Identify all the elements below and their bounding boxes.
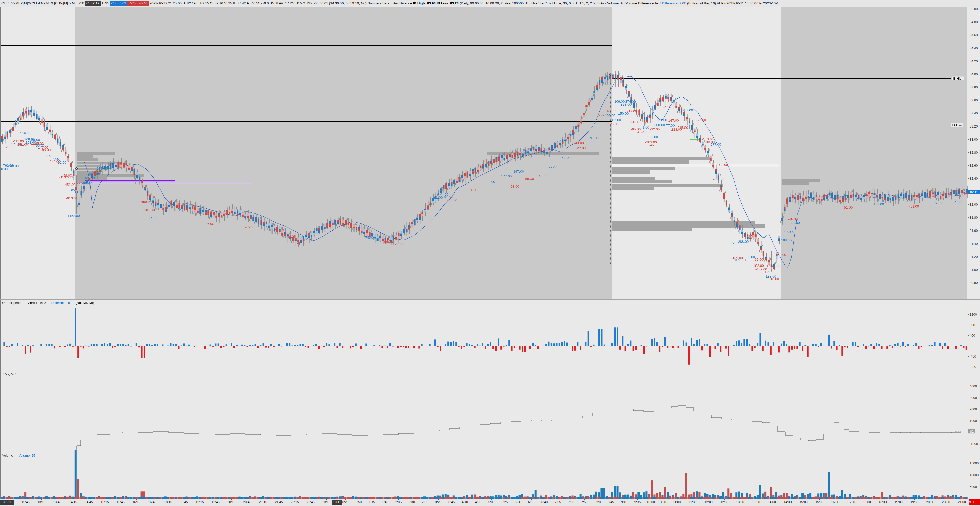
time-tick-mark [899, 499, 899, 500]
time-tick-label: 10:30 [658, 500, 666, 504]
time-tick-label: 10:00 [647, 500, 655, 504]
date-change-label: -10-11 [0, 500, 14, 505]
price-tick-label: 85.00 [969, 7, 978, 11]
connection-status-box[interactable]: 9 L E [969, 500, 980, 506]
subgraph-tick-label: 1200 [969, 313, 977, 316]
time-tick-label: 20:30 [942, 500, 950, 504]
line-panel-label: (Yes, No) [3, 372, 16, 376]
subgraph-tick-mark [968, 487, 969, 487]
time-tick-mark [531, 499, 531, 500]
time-tick-mark [724, 499, 725, 500]
time-tick-label: 4:10 [462, 500, 468, 504]
time-tick-mark [438, 499, 439, 500]
date-change-label: 10-12 [332, 500, 342, 505]
price-tick-label: 83.60 [969, 98, 978, 102]
time-tick-mark [962, 499, 962, 500]
price-tick-label: 81.60 [969, 229, 978, 233]
time-tick-label: 19:30 [910, 500, 918, 504]
price-tick-label: 84.40 [969, 46, 978, 50]
time-tick-label: 20:15 [228, 500, 235, 504]
time-tick-label: 8:45 [608, 500, 614, 504]
time-tick-mark [452, 499, 452, 500]
time-tick-label: 0:25 [342, 500, 348, 504]
time-tick-label: 3:20 [435, 500, 441, 504]
subgraph-tick-label: 1000 [969, 419, 977, 423]
subgraph-tick-label: 2000 [969, 407, 977, 411]
time-tick-mark [465, 499, 465, 500]
price-tick-mark [968, 113, 969, 113]
time-tick-label: 16:30 [847, 500, 855, 504]
price-tick-label: 84.80 [969, 20, 978, 24]
time-tick-label: 19:45 [212, 500, 220, 504]
time-tick-label: 15:15 [101, 500, 108, 504]
time-tick-mark [263, 499, 263, 500]
panel-separator-of-line[interactable] [0, 371, 980, 371]
time-tick-mark [883, 499, 883, 500]
time-tick-label: 0:50 [356, 500, 362, 504]
time-tick-mark [571, 499, 571, 500]
price-tick-label: 81.00 [969, 268, 978, 271]
price-tick-label: 83.80 [969, 85, 978, 89]
time-tick-mark [914, 499, 915, 500]
time-tick-label: 16:00 [831, 500, 839, 504]
title-segment: DChg: -0.40 [127, 0, 149, 6]
time-tick-mark [851, 499, 851, 500]
title-segment: Difference: 9.00 [662, 1, 686, 5]
price-tick-mark [968, 87, 969, 88]
time-tick-label: 12:00 [705, 500, 712, 504]
panel-separator-main-of[interactable] [0, 299, 980, 300]
subgraph-tick-label: 0 [969, 344, 971, 348]
subgraph-tick-mark [968, 463, 969, 463]
price-tick-label: 83.40 [969, 112, 978, 115]
panel-separator-line-volume[interactable] [0, 452, 980, 452]
ib-high-label: IB High [951, 77, 964, 80]
time-tick-mark [425, 499, 425, 500]
time-tick-label: 21:45 [275, 500, 283, 504]
time-tick-label: 5:25 [502, 500, 508, 504]
subgraph-tick-label: 10000 [969, 473, 979, 477]
volume-panel-name: Volume [2, 453, 13, 457]
subgraph-tick-mark [968, 325, 969, 325]
time-tick-mark [247, 499, 248, 500]
time-tick-mark [756, 499, 756, 500]
time-tick-label: 4:35 [475, 500, 481, 504]
title-segment: (Bottom of Bar, 10) VbP - 2023-10-11 14:… [686, 1, 779, 5]
chart-title-bar: CLF4.NYMEX[M]/MCLF4.NYMEX [CBV][M] 5 Min… [0, 0, 980, 7]
time-tick-label: 5:00 [488, 500, 495, 504]
time-tick-mark [544, 499, 545, 500]
time-tick-mark [385, 499, 385, 500]
chart-canvas[interactable] [0, 7, 968, 499]
time-tick-label: 21:15 [259, 500, 267, 504]
time-tick-mark [788, 499, 788, 500]
time-tick-label: 19:00 [894, 500, 902, 504]
line-study-value-box: 82 [968, 429, 975, 434]
time-tick-mark [184, 499, 184, 500]
time-tick-label: 23:15 [322, 500, 330, 504]
time-tick-label: 15:45 [116, 500, 124, 504]
price-tick-mark [968, 204, 969, 205]
price-tick-label: 82.00 [969, 203, 978, 206]
time-tick-mark [611, 499, 611, 500]
time-tick-label: 11:00 [673, 500, 681, 504]
time-tick-mark [326, 499, 327, 500]
time-tick-label: 3:45 [449, 500, 455, 504]
time-tick-label: 20:45 [243, 500, 251, 504]
left-panel-border [0, 7, 0, 499]
time-tick-label: 19:15 [196, 500, 204, 504]
time-tick-mark [772, 499, 772, 500]
time-tick-label: 6:40 [541, 500, 547, 504]
price-tick-label: 82.40 [969, 177, 978, 180]
time-tick-label: 18:15 [164, 500, 172, 504]
title-segment: CLF4.NYMEX[M]/MCLF4.NYMEX [CBV][M] 5 Min… [1, 1, 85, 5]
time-tick-label: 14:15 [69, 500, 77, 504]
price-tick-label: 84.20 [969, 59, 978, 63]
price-tick-label: 82.80 [969, 150, 978, 154]
time-tick-label: 18:30 [878, 500, 886, 504]
price-tick-mark [968, 152, 969, 153]
time-tick-mark [152, 499, 153, 500]
time-tick-label: 18:00 [863, 500, 871, 504]
time-tick-mark [200, 499, 200, 500]
subgraph-tick-label: -1000 [969, 442, 978, 446]
price-tick-label: 81.20 [969, 255, 978, 259]
price-tick-mark [968, 257, 969, 257]
